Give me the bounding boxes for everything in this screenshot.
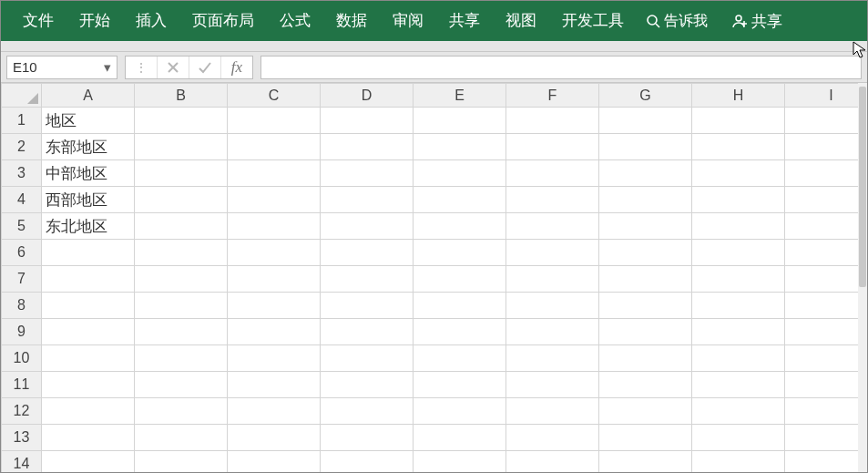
cell[interactable] (42, 451, 135, 473)
cell[interactable] (321, 134, 414, 160)
cell[interactable] (321, 213, 414, 240)
column-header[interactable]: B (135, 84, 228, 108)
cell[interactable] (599, 345, 692, 372)
column-header[interactable]: D (321, 84, 414, 108)
cell[interactable] (135, 134, 228, 160)
cell[interactable] (135, 319, 228, 345)
cell[interactable] (599, 266, 692, 293)
row-header[interactable]: 3 (2, 160, 42, 187)
cell[interactable] (599, 108, 692, 134)
column-header[interactable]: F (506, 84, 599, 108)
cell[interactable] (692, 345, 785, 372)
cell[interactable] (414, 319, 506, 345)
cell[interactable] (785, 134, 868, 160)
cell[interactable] (135, 425, 228, 451)
cell[interactable] (228, 319, 321, 345)
cell[interactable] (599, 425, 692, 451)
column-header[interactable]: C (228, 84, 321, 108)
cell[interactable] (228, 372, 321, 398)
cell[interactable] (228, 187, 321, 213)
cell[interactable] (228, 134, 321, 160)
cell[interactable] (506, 240, 599, 266)
cell[interactable] (321, 160, 414, 187)
cell[interactable] (692, 266, 785, 293)
cell[interactable] (506, 134, 599, 160)
row-header[interactable]: 7 (2, 266, 42, 293)
cell[interactable] (506, 108, 599, 134)
cell[interactable] (785, 425, 868, 451)
cell[interactable] (321, 319, 414, 345)
row-header[interactable]: 6 (2, 240, 42, 266)
cell[interactable] (135, 187, 228, 213)
cell[interactable] (692, 213, 785, 240)
cell[interactable]: 东部地区 (42, 134, 135, 160)
cell[interactable] (228, 293, 321, 319)
cell[interactable] (414, 345, 506, 372)
cell[interactable] (506, 293, 599, 319)
cell[interactable] (414, 187, 506, 213)
cell[interactable] (135, 160, 228, 187)
cell[interactable] (414, 293, 506, 319)
cell[interactable] (506, 372, 599, 398)
more-options-button[interactable]: ⋮ (126, 57, 157, 78)
cell[interactable] (42, 319, 135, 345)
cell[interactable] (228, 451, 321, 473)
cell[interactable] (42, 345, 135, 372)
cell[interactable]: 中部地区 (42, 160, 135, 187)
cell[interactable] (42, 425, 135, 451)
ribbon-tab[interactable]: 数据 (323, 1, 380, 41)
cell[interactable] (692, 451, 785, 473)
cell[interactable] (228, 160, 321, 187)
cell[interactable] (135, 213, 228, 240)
cell[interactable] (228, 266, 321, 293)
column-header[interactable]: A (42, 84, 135, 108)
cell[interactable] (785, 266, 868, 293)
cell[interactable] (42, 266, 135, 293)
cell[interactable] (321, 451, 414, 473)
cell[interactable] (785, 293, 868, 319)
cell[interactable] (135, 398, 228, 425)
row-header[interactable]: 4 (2, 187, 42, 213)
cell[interactable] (414, 398, 506, 425)
row-header[interactable]: 8 (2, 293, 42, 319)
cell[interactable] (692, 187, 785, 213)
column-header[interactable]: G (599, 84, 692, 108)
cell[interactable] (414, 266, 506, 293)
ribbon-tab[interactable]: 插入 (123, 1, 179, 41)
cell[interactable] (228, 398, 321, 425)
ribbon-tab[interactable]: 开发工具 (549, 1, 637, 41)
cell[interactable] (506, 425, 599, 451)
cell[interactable] (321, 187, 414, 213)
ribbon-tab[interactable]: 审阅 (380, 1, 436, 41)
cell[interactable] (228, 425, 321, 451)
formula-input[interactable] (260, 56, 862, 79)
cell[interactable] (785, 372, 868, 398)
cell[interactable] (692, 425, 785, 451)
row-header[interactable]: 12 (2, 398, 42, 425)
cell[interactable] (785, 213, 868, 240)
cell[interactable] (506, 160, 599, 187)
cell[interactable] (321, 372, 414, 398)
cell[interactable]: 东北地区 (42, 213, 135, 240)
cell[interactable] (321, 398, 414, 425)
cell[interactable] (506, 187, 599, 213)
cell[interactable] (599, 213, 692, 240)
cell[interactable] (414, 108, 506, 134)
ribbon-tab[interactable]: 文件 (10, 1, 66, 41)
cell[interactable] (42, 293, 135, 319)
ribbon-tab[interactable]: 公式 (267, 1, 323, 41)
select-all-corner[interactable] (2, 84, 42, 108)
insert-function-button[interactable]: fx (221, 57, 252, 78)
ribbon-tab[interactable]: 视图 (493, 1, 549, 41)
cell[interactable] (692, 372, 785, 398)
cell[interactable] (785, 187, 868, 213)
cell[interactable] (506, 345, 599, 372)
cell[interactable] (135, 372, 228, 398)
row-header[interactable]: 14 (2, 451, 42, 473)
cell[interactable] (692, 240, 785, 266)
cell[interactable] (506, 398, 599, 425)
cell[interactable] (321, 266, 414, 293)
cell[interactable] (599, 451, 692, 473)
cell[interactable] (414, 240, 506, 266)
cell[interactable] (785, 398, 868, 425)
